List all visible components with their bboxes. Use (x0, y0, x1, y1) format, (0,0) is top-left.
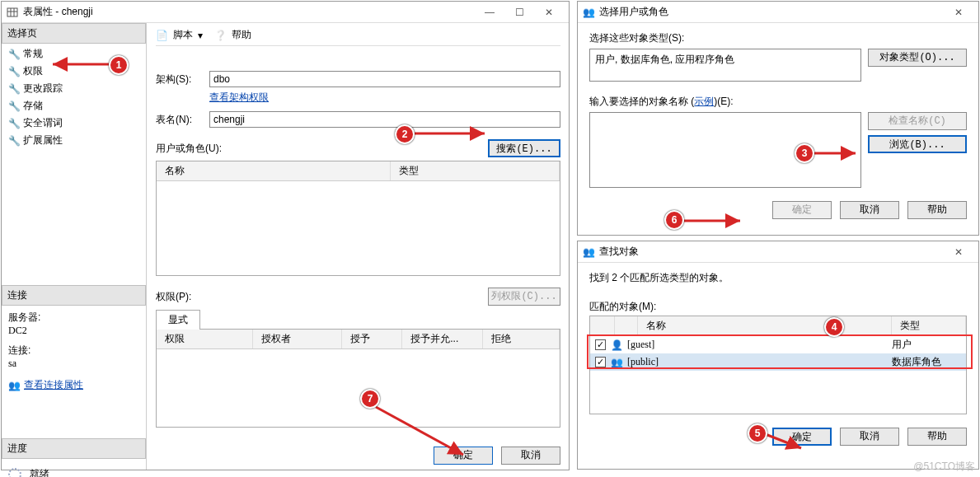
user-icon: 👤 (611, 339, 622, 351)
wrench-icon: 🔧 (8, 135, 20, 147)
search-button[interactable]: 搜索(E)... (488, 139, 560, 157)
close-button[interactable]: ✕ (534, 3, 564, 21)
conn-label: 连接: (8, 344, 139, 358)
select-page-header: 选择页 (2, 23, 146, 44)
tablename-input[interactable] (209, 111, 560, 128)
spinner-icon (8, 468, 21, 478)
user-role-grid[interactable]: 名称 类型 (156, 161, 560, 276)
annotation-badge-5: 5 (748, 423, 767, 443)
browse-title: 查找对象 (599, 245, 639, 259)
maximize-button[interactable]: ☐ (504, 3, 534, 21)
checkbox[interactable] (595, 339, 606, 350)
people-icon: 👥 (8, 380, 21, 391)
wrench-icon: 🔧 (8, 66, 20, 77)
props-left-pane: 选择页 🔧常规 🔧权限 🔧更改跟踪 🔧存储 🔧安全谓词 🔧扩展属性 连接 服务器… (2, 23, 147, 470)
connection-header: 连接 (2, 285, 146, 306)
dropdown-icon[interactable]: ▾ (198, 30, 203, 41)
svg-line-9 (376, 407, 463, 455)
nav-item-changetracking[interactable]: 🔧更改跟踪 (8, 80, 146, 97)
wrench-icon: 🔧 (8, 118, 20, 129)
nav-item-storage[interactable]: 🔧存储 (8, 97, 146, 115)
role-icon: 👥 (611, 357, 622, 368)
ready-label: 就绪 (30, 467, 49, 477)
connection-info: 服务器: DC2 连接: sa 👥 查看连接属性 (2, 306, 146, 397)
annotation-badge-2: 2 (395, 124, 415, 144)
view-conn-props-link[interactable]: 查看连接属性 (24, 378, 83, 392)
server-value: DC2 (8, 325, 139, 337)
object-row-guest[interactable]: 👤 [guest] 用户 (590, 336, 966, 353)
help-button[interactable]: 帮助 (232, 28, 251, 42)
object-types-box: 用户, 数据库角色, 应用程序角色 (589, 49, 861, 82)
wrench-icon: 🔧 (8, 101, 20, 112)
annotation-badge-7: 7 (360, 389, 380, 409)
view-schema-perm-link[interactable]: 查看架构权限 (209, 91, 269, 103)
object-types-button[interactable]: 对象类型(O)... (868, 49, 967, 67)
cancel-button[interactable]: 取消 (840, 428, 899, 446)
users-icon: 👥 (583, 246, 594, 258)
progress-header: 进度 (2, 438, 146, 459)
permissions-grid[interactable]: 权限 授权者 授予 授予并允... 拒绝 (156, 329, 560, 428)
svg-rect-0 (7, 8, 17, 16)
props-titlebar: 表属性 - chengji — ☐ ✕ (2, 2, 569, 23)
select-user-titlebar: 👥 选择用户或角色 ✕ (578, 2, 978, 23)
tab-explicit[interactable]: 显式 (156, 310, 200, 330)
matched-label: 匹配的对象(M): (589, 300, 967, 314)
schema-label: 架构(S): (156, 72, 209, 87)
annotation-badge-1: 1 (109, 55, 129, 75)
column-perm-button: 列权限(C)... (488, 288, 560, 306)
props-toolbar: 📄 脚本 ▾ ❔ 帮助 (156, 28, 560, 46)
users-icon: 👥 (583, 7, 594, 18)
server-label: 服务器: (8, 311, 139, 325)
script-icon: 📄 (156, 30, 168, 41)
annotation-badge-3: 3 (795, 143, 814, 163)
tablename-label: 表名(N): (156, 113, 209, 127)
checkbox[interactable] (595, 357, 606, 367)
script-button[interactable]: 脚本 (173, 28, 193, 42)
help-button[interactable]: 帮助 (907, 201, 967, 219)
cancel-button[interactable]: 取消 (501, 447, 560, 465)
select-user-window: 👥 选择用户或角色 ✕ 选择这些对象类型(S): 用户, 数据库角色, 应用程序… (577, 1, 979, 236)
grid-hdr-name: 名称 (165, 165, 185, 176)
close-button[interactable]: ✕ (944, 243, 973, 261)
schema-input[interactable] (209, 71, 560, 87)
check-names-button: 检查名称(C) (868, 112, 967, 130)
nav-item-security-predicate[interactable]: 🔧安全谓词 (8, 115, 146, 132)
permissions-label: 权限(P): (156, 290, 488, 304)
browse-button[interactable]: 浏览(B)... (868, 135, 967, 153)
select-user-title: 选择用户或角色 (599, 5, 668, 19)
object-row-public[interactable]: 👥 [public] 数据库角色 (590, 353, 966, 371)
props-right-pane: 📄 脚本 ▾ ❔ 帮助 架构(S): 查看架构权限 表名(N): 用户或角色(U… (148, 23, 569, 470)
conn-value: sa (8, 358, 139, 370)
grid-hdr-type: 类型 (399, 165, 419, 176)
user-role-label: 用户或角色(U): (156, 142, 488, 156)
svg-line-7 (763, 433, 801, 448)
annotation-badge-4: 4 (824, 317, 844, 337)
props-title: 表属性 - chengji (23, 5, 93, 19)
table-icon (7, 7, 18, 18)
progress-status: 就绪 (2, 459, 146, 477)
nav-item-extended[interactable]: 🔧扩展属性 (8, 132, 146, 149)
object-types-label: 选择这些对象类型(S): (589, 31, 967, 45)
annotation-badge-6: 6 (664, 210, 684, 230)
help-icon: ❔ (214, 30, 227, 41)
matched-grid: 名称 类型 👤 [guest] 用户 👥 [public] 数据库角色 (589, 316, 967, 414)
wrench-icon: 🔧 (8, 49, 20, 60)
examples-link[interactable]: 示例 (694, 96, 714, 107)
minimize-button[interactable]: — (475, 3, 504, 21)
wrench-icon: 🔧 (8, 83, 20, 95)
found-message: 找到 2 个匹配所选类型的对象。 (589, 271, 967, 285)
cancel-button[interactable]: 取消 (840, 201, 899, 219)
watermark: @51CTO博客 (913, 460, 975, 474)
ok-button: 确定 (772, 201, 832, 219)
help-button[interactable]: 帮助 (907, 428, 967, 446)
close-button[interactable]: ✕ (944, 3, 973, 21)
browse-titlebar: 👥 查找对象 ✕ (578, 241, 978, 263)
